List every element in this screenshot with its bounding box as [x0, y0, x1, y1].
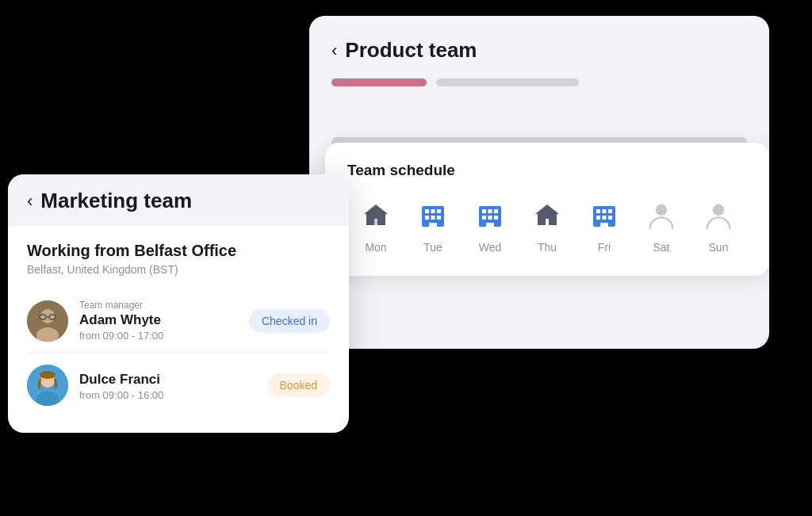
svg-rect-23	[608, 216, 612, 220]
location-title: Working from Belfast Office	[27, 242, 330, 260]
team-schedule-card: Team schedule Mon	[325, 143, 769, 276]
svg-rect-12	[494, 209, 498, 213]
adam-status-badge[interactable]: Checked in	[249, 309, 330, 333]
day-label-sun: Sun	[709, 241, 729, 254]
day-label-mon: Mon	[365, 241, 386, 254]
day-label-fri: Fri	[598, 241, 611, 254]
marketing-team-back-button[interactable]: ‹	[27, 191, 33, 212]
day-wed: Wed	[462, 197, 519, 254]
svg-point-28	[40, 309, 55, 323]
svg-rect-16	[486, 223, 494, 227]
svg-rect-22	[603, 216, 607, 220]
dulce-status-badge[interactable]: Booked	[267, 373, 330, 397]
none-icon-sat	[642, 197, 680, 235]
svg-rect-0	[371, 219, 381, 225]
home-icon-mon	[357, 197, 395, 235]
svg-rect-4	[437, 209, 441, 213]
marketing-team-header: ‹ Marketing team	[27, 189, 330, 213]
svg-rect-8	[429, 223, 437, 227]
day-label-tue: Tue	[423, 241, 442, 254]
day-sat: Sat	[633, 197, 690, 254]
svg-rect-7	[437, 216, 441, 220]
svg-point-26	[713, 204, 724, 216]
svg-rect-11	[488, 209, 492, 213]
svg-rect-19	[603, 209, 607, 213]
svg-rect-14	[488, 216, 492, 220]
avatar-adam	[27, 300, 68, 342]
member-adam: Team manager Adam Whyte from 09:00 - 17:…	[27, 289, 330, 354]
day-sun: Sun	[690, 197, 747, 254]
product-team-header: ‹ Product team	[331, 38, 747, 63]
svg-rect-2	[425, 209, 429, 213]
dulce-name: Dulce Franci	[79, 372, 256, 388]
svg-rect-5	[425, 216, 429, 220]
day-fri: Fri	[576, 197, 633, 254]
tab-active[interactable]	[331, 78, 427, 86]
location-subtitle: Belfast, United Kingdom (BST)	[27, 263, 330, 276]
tab-inactive[interactable]	[436, 78, 579, 86]
svg-rect-20	[608, 209, 612, 213]
day-label-wed: Wed	[479, 241, 502, 254]
adam-name: Adam Whyte	[79, 312, 238, 328]
dulce-hours: from 09:00 - 16:00	[79, 389, 256, 401]
day-tue: Tue	[404, 197, 462, 254]
none-icon-sun	[699, 197, 737, 235]
adam-hours: from 09:00 - 17:00	[79, 330, 238, 342]
product-team-back-button[interactable]: ‹	[331, 40, 337, 61]
product-team-title: Product team	[345, 38, 477, 63]
marketing-team-card: ‹ Marketing team Working from Belfast Of…	[8, 174, 349, 433]
product-team-tabs	[331, 78, 747, 86]
marketing-team-title: Marketing team	[40, 189, 192, 213]
svg-rect-13	[482, 216, 486, 220]
schedule-title: Team schedule	[347, 162, 747, 179]
svg-rect-18	[596, 209, 600, 213]
member-dulce: Dulce Franci from 09:00 - 16:00 Booked	[27, 354, 330, 417]
svg-rect-10	[482, 209, 486, 213]
office-icon-wed	[471, 197, 509, 235]
adam-info: Team manager Adam Whyte from 09:00 - 17:…	[79, 300, 238, 342]
svg-point-36	[40, 371, 56, 379]
avatar-dulce	[27, 365, 68, 406]
day-label-sat: Sat	[653, 241, 669, 254]
day-label-thu: Thu	[538, 241, 557, 254]
svg-rect-21	[596, 216, 600, 220]
svg-rect-3	[431, 209, 435, 213]
svg-rect-15	[494, 216, 498, 220]
location-section: Working from Belfast Office Belfast, Uni…	[27, 239, 330, 289]
days-row: Mon Tue	[347, 197, 747, 254]
dulce-info: Dulce Franci from 09:00 - 16:00	[79, 370, 256, 401]
office-icon-tue	[414, 197, 452, 235]
svg-rect-24	[600, 223, 608, 227]
home-icon-thu	[528, 197, 566, 235]
day-thu: Thu	[519, 197, 576, 254]
svg-rect-6	[431, 216, 435, 220]
day-mon: Mon	[347, 197, 404, 254]
adam-role: Team manager	[79, 300, 238, 311]
svg-point-25	[656, 204, 667, 216]
office-icon-fri	[585, 197, 623, 235]
